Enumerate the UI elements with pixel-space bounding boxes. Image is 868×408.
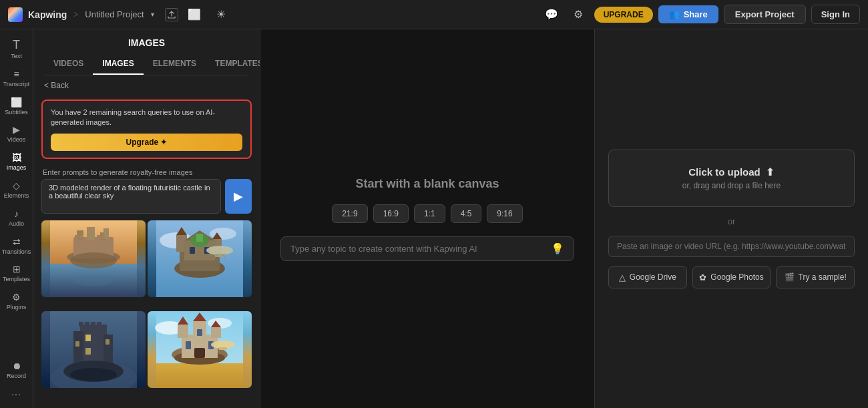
svg-point-31 (206, 246, 233, 255)
search-input[interactable] (41, 179, 221, 214)
tab-templates[interactable]: TEMPLATES (206, 53, 260, 75)
google-photos-button[interactable]: ✿ Google Photos (692, 266, 771, 288)
aspect-1-1[interactable]: 1:1 (414, 204, 445, 223)
svg-rect-43 (97, 322, 101, 327)
aspect-21-9[interactable]: 21:9 (332, 204, 367, 223)
back-button[interactable]: < Back (33, 75, 260, 95)
aspect-ratio-row: 21:9 16:9 1:1 4:5 9:16 (332, 204, 522, 223)
aspect-16-9[interactable]: 16:9 (373, 204, 409, 223)
svg-rect-51 (156, 363, 243, 388)
sidebar-label-subtitles: Subtitles (5, 109, 28, 116)
canvas-area: Start with a blank canvas 21:9 16:9 1:1 … (260, 29, 594, 408)
image-result-2[interactable] (148, 220, 252, 297)
sidebar-label-transitions: Transitions (2, 248, 31, 256)
share-button[interactable]: 👥 Share (658, 5, 718, 23)
svg-rect-47 (105, 339, 110, 345)
alert-box: You have 2 remaining search queries to u… (41, 99, 252, 159)
sample-icon: 🎬 (785, 272, 795, 282)
subtitles-icon: ⬜ (11, 97, 22, 107)
panel-header: IMAGES VIDEOS IMAGES ELEMENTS TEMPLATES (33, 29, 260, 75)
svg-rect-13 (101, 235, 105, 239)
sidebar-item-audio[interactable]: ♪ Audio (2, 205, 31, 232)
url-input[interactable] (608, 236, 855, 257)
svg-rect-28 (196, 234, 203, 242)
ai-topic-input[interactable] (290, 244, 546, 254)
sidebar-item-plugins[interactable]: ⚙ Plugins (2, 288, 31, 315)
svg-rect-41 (85, 322, 89, 327)
upload-title: Click to upload ⬆ (688, 166, 775, 178)
tab-images[interactable]: IMAGES (93, 53, 143, 75)
sidebar-item-record[interactable]: ⏺ Record (2, 357, 31, 384)
logo (8, 7, 23, 22)
svg-rect-57 (178, 325, 188, 338)
image-result-1[interactable] (41, 220, 146, 297)
aspect-4-5[interactable]: 4:5 (451, 204, 482, 223)
google-drive-button[interactable]: △ Google Drive (608, 266, 687, 288)
sidebar-item-transcript[interactable]: ≡ Transcript (2, 65, 31, 92)
try-sample-button[interactable]: 🎬 Try a sample! (776, 266, 855, 288)
svg-rect-10 (75, 235, 78, 239)
icon-sidebar: T Text ≡ Transcript ⬜ Subtitles ▶ Videos… (0, 29, 33, 408)
search-submit-button[interactable]: ▶ (225, 179, 252, 214)
search-row: ▶ (33, 179, 260, 220)
export-button[interactable]: Export Project (724, 5, 806, 24)
settings-icon[interactable]: ⚙ (568, 4, 589, 25)
svg-rect-7 (87, 227, 95, 240)
audio-icon: ♪ (14, 209, 19, 218)
sidebar-item-videos[interactable]: ▶ Videos (2, 121, 31, 148)
sidebar-label-transcript: Transcript (3, 81, 30, 88)
svg-rect-11 (79, 235, 83, 239)
plugins-icon: ⚙ (12, 292, 21, 302)
tab-videos[interactable]: VIDEOS (44, 53, 93, 75)
image-result-4[interactable] (148, 311, 252, 388)
upgrade-button[interactable]: UPGRADE (594, 7, 653, 23)
comments-icon[interactable]: 💬 (541, 4, 562, 25)
svg-rect-46 (75, 341, 79, 347)
submit-icon: ▶ (234, 189, 243, 204)
svg-point-14 (70, 252, 117, 268)
text-icon: T (13, 39, 20, 51)
sidebar-item-text[interactable]: T Text (2, 35, 31, 64)
sidebar-item-transitions[interactable]: ⇄ Transitions (2, 233, 31, 260)
ai-icon: 💡 (551, 242, 564, 255)
svg-point-49 (70, 368, 117, 381)
svg-rect-58 (211, 327, 221, 338)
upload-box[interactable]: Click to upload ⬆ or, drag and drop a fi… (608, 150, 855, 207)
svg-rect-45 (85, 348, 91, 355)
upload-subtitle: or, drag and drop a file here (682, 181, 781, 190)
back-label: < Back (44, 81, 69, 90)
svg-rect-65 (197, 329, 202, 336)
share-upload-icon[interactable] (165, 8, 178, 21)
sidebar-item-images[interactable]: 🖼 Images (2, 149, 31, 176)
svg-rect-44 (85, 335, 91, 341)
templates-icon: ⊞ (13, 264, 21, 274)
service-row: △ Google Drive ✿ Google Photos 🎬 Try a s… (608, 266, 855, 288)
sidebar-label-videos: Videos (7, 136, 25, 144)
upgrade-link-button[interactable]: Upgrade ✦ (51, 134, 242, 151)
aspect-9-16[interactable]: 9:16 (487, 204, 522, 223)
sidebar-item-elements[interactable]: ◇ Elements (2, 177, 31, 204)
sidebar-item-templates[interactable]: ⊞ Templates (2, 260, 31, 287)
project-chevron[interactable]: ▾ (151, 11, 154, 18)
svg-rect-12 (97, 235, 100, 239)
image-result-3[interactable] (41, 311, 146, 388)
tab-elements[interactable]: ELEMENTS (144, 53, 206, 75)
sidebar-label-plugins: Plugins (7, 304, 27, 311)
brightness-icon[interactable]: ☀ (210, 4, 232, 25)
sidebar-label-record: Record (7, 373, 26, 380)
alert-message: You have 2 remaining search queries to u… (51, 108, 242, 128)
image-grid (33, 220, 260, 408)
sidebar-item-more[interactable]: ··· (2, 385, 31, 403)
monitor-icon[interactable]: ⬜ (184, 4, 205, 25)
signin-button[interactable]: Sign In (811, 5, 860, 24)
svg-rect-42 (91, 322, 95, 327)
svg-rect-29 (190, 247, 195, 254)
canvas-blank-text: Start with a blank canvas (355, 177, 499, 191)
panel-title: IMAGES (44, 37, 249, 48)
gdrive-icon: △ (619, 272, 626, 282)
sidebar-item-subtitles[interactable]: ⬜ Subtitles (2, 93, 31, 120)
topbar: Kapwing > Untitled Project ▾ ⬜ ☀ 💬 ⚙ UPG… (0, 0, 868, 29)
svg-rect-63 (186, 341, 191, 349)
sidebar-label-text: Text (11, 53, 22, 60)
images-panel: IMAGES VIDEOS IMAGES ELEMENTS TEMPLATES … (33, 29, 260, 408)
